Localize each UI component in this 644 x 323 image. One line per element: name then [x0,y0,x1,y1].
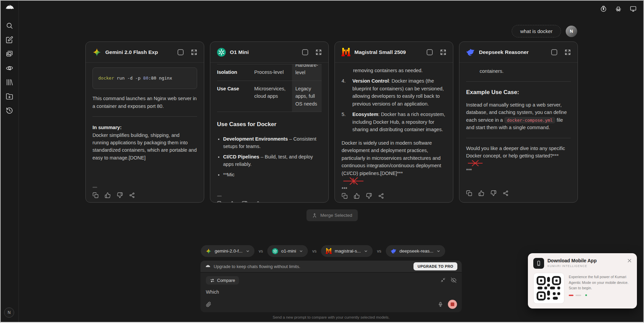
select-checkbox[interactable] [427,49,433,55]
composer: Upgrade to keep chats flowing without li… [200,261,462,319]
paragraph: Instead of manually setting up a web ser… [466,101,571,131]
copy-icon[interactable] [217,201,223,202]
copy-icon[interactable] [92,192,99,198]
search-icon[interactable] [6,22,13,29]
upgrade-to-pro-button[interactable]: UPGRADE TO PRO [413,262,457,270]
incognito-icon[interactable] [615,5,622,12]
merge-icon [312,213,317,218]
composer-toolbar [206,300,457,309]
composer-hint: Send a new prompt to compare with your c… [200,315,462,319]
indicator-active[interactable] [569,295,573,296]
sidebar [0,0,19,323]
select-checkbox[interactable] [302,49,308,55]
user-message-bubble: what is docker [512,25,561,37]
inline-code: docker-compose.yml [504,117,555,123]
list-item: CI/CD Pipelines – Build, test, and deplo… [223,153,322,168]
compare-mode-chip[interactable]: Compare [206,276,239,285]
eye-off-icon[interactable] [451,277,456,283]
deepseek-icon [466,48,475,57]
bullet-list: Development Environments – Consistent se… [223,133,322,181]
card-header: Gemini 2.0 Flash Exp [86,42,204,63]
card-o1-mini: O1 Mini Isolation Process-level Hardware… [210,41,329,203]
list-item: **Mic [223,171,322,178]
paragraph: Docker is widely used in modern software… [342,139,446,193]
thumbs-down-icon[interactable] [117,192,123,198]
divider [92,116,197,117]
section-heading: Use Cases for Docker [217,120,322,129]
card-gemini: Gemini 2.0 Flash Exp docker run -d -p 80… [85,41,204,203]
chevron-down-icon [299,249,303,253]
select-checkbox[interactable] [178,49,184,55]
divider [466,138,571,138]
thumbs-down-icon[interactable] [490,190,497,196]
card-body: Isolation Process-level Hardware-level U… [210,63,328,202]
collapse-icon[interactable] [440,277,446,283]
model-select-magistral[interactable]: magistral-s... [321,245,373,257]
message-actions [92,192,197,198]
share-icon[interactable] [378,193,384,199]
library-icon[interactable] [6,79,13,86]
card-header: O1 Mini [210,42,328,63]
thumbs-up-icon[interactable] [478,190,484,196]
history-icon[interactable] [6,107,13,114]
upgrade-banner: Upgrade to keep chats flowing without li… [200,261,462,272]
chevron-down-icon [246,249,250,253]
thumbs-up-icon[interactable] [105,192,111,198]
status-dot [585,294,587,296]
model-select-gemini[interactable]: gemini-2.0-f... [201,245,254,257]
paragraph: Docker simplifies building, shipping, an… [92,131,197,162]
model-select-deepseek[interactable]: deepseek-reas... [386,245,446,257]
share-icon[interactable] [253,201,260,202]
summary-label: In summary: [92,124,197,131]
model-select-o1-mini[interactable]: o1-mini [267,245,308,257]
kumari-logo[interactable] [4,4,15,11]
expand-icon[interactable] [440,49,446,55]
expand-icon[interactable] [565,49,571,55]
expand-icon[interactable] [191,49,197,55]
stop-generation-button[interactable] [448,300,457,309]
vs-label: vs [377,249,381,254]
list-item: Development Environments – Consistent se… [223,135,322,150]
code-block: docker run -d -p 80:80 nginx [92,67,197,89]
copy-icon[interactable] [342,193,348,199]
expand-icon[interactable] [316,49,322,55]
attach-icon[interactable] [206,302,211,307]
share-icon[interactable] [129,192,135,198]
comparison-table: Isolation Process-level Hardware-level U… [217,64,322,112]
divider [466,81,571,82]
thumbs-down-icon[interactable] [241,201,247,202]
stop-icon [451,302,454,306]
mic-icon[interactable] [438,302,443,307]
stream-cursor [92,187,97,188]
thumbs-down-icon[interactable] [366,193,372,199]
screen-share-icon[interactable] [630,5,637,12]
close-icon[interactable] [627,259,632,263]
chevron-down-icon [364,249,368,253]
orbit-icon[interactable] [6,64,13,72]
avatar[interactable]: N [566,26,577,37]
merge-selected-button[interactable]: Merge Selected [306,209,358,221]
topbar-icons [600,5,637,12]
user-message-row: what is docker N [512,25,577,37]
gemini-icon [92,48,101,57]
new-folder-icon[interactable] [6,93,13,100]
select-checkbox[interactable] [551,49,557,55]
share-icon[interactable] [503,190,509,196]
stream-cursor [217,196,222,197]
paragraph: Would you like a deeper dive into any sp… [466,145,571,167]
gallery-icon[interactable] [6,50,13,58]
mistral-icon [342,48,350,56]
prompt-panel: Compare Which [200,273,462,312]
model-title: Deepseek Reasoner [479,49,547,55]
user-avatar-bottom[interactable]: N [4,307,14,318]
paragraph: *** [466,167,571,174]
copy-icon[interactable] [466,190,472,196]
credits-icon[interactable] [600,5,607,12]
prompt-input[interactable]: Which [206,289,456,295]
mobile-app-promo-card: Download Mobile App KUMARI INTELLIGENCE … [528,253,637,309]
thumbs-up-icon[interactable] [354,193,360,199]
card-header: Magistral Small 2509 [335,42,453,63]
new-chat-icon[interactable] [6,36,13,43]
thumbs-up-icon[interactable] [229,201,235,202]
indicator[interactable] [575,295,581,296]
